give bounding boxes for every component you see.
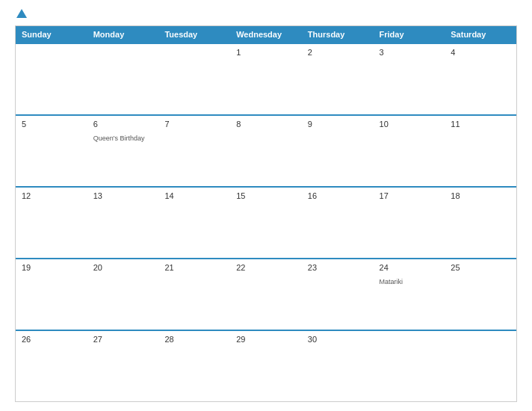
day-number: 10	[380, 120, 439, 129]
week-row-1: 1234	[16, 43, 516, 114]
day-number: 24	[380, 263, 439, 272]
day-number: 5	[22, 120, 81, 129]
day-cell: 12	[16, 188, 87, 258]
day-cell: 26	[16, 331, 87, 401]
day-cell: 28	[158, 331, 230, 401]
day-header-saturday: Saturday	[445, 26, 516, 43]
calendar-grid: SundayMondayTuesdayWednesdayThursdayFrid…	[15, 25, 517, 402]
logo-triangle-icon	[16, 9, 27, 18]
day-number: 9	[308, 120, 368, 129]
day-number: 16	[308, 191, 368, 200]
day-cell: 1	[230, 44, 302, 114]
day-number: 8	[236, 120, 296, 129]
day-cell	[374, 331, 445, 401]
week-row-3: 12131415161718	[16, 186, 516, 258]
day-cell	[158, 44, 230, 114]
day-cell	[445, 331, 516, 401]
day-cell: 5	[16, 116, 87, 186]
week-row-4: 192021222324Matariki25	[16, 258, 516, 330]
day-cell: 3	[374, 44, 445, 114]
day-cell: 16	[302, 188, 374, 258]
day-cell: 20	[87, 259, 159, 330]
day-cell: 23	[302, 259, 374, 330]
logo	[15, 12, 27, 18]
day-number: 29	[236, 335, 296, 344]
day-headers-row: SundayMondayTuesdayWednesdayThursdayFrid…	[16, 26, 516, 43]
day-cell: 6Queen's Birthday	[87, 116, 159, 186]
day-number: 23	[308, 263, 368, 272]
day-number: 4	[451, 48, 510, 57]
day-cell: 4	[445, 44, 516, 114]
day-number: 11	[451, 120, 510, 129]
day-number: 17	[380, 191, 439, 200]
day-cell: 27	[87, 331, 159, 401]
day-header-monday: Monday	[87, 26, 159, 43]
day-number: 14	[164, 191, 224, 200]
logo-top-row	[15, 12, 27, 18]
day-cell	[87, 44, 159, 114]
day-number: 12	[22, 191, 81, 200]
day-cell: 10	[374, 116, 445, 186]
day-cell: 21	[158, 259, 230, 330]
day-number: 2	[308, 48, 368, 57]
day-header-friday: Friday	[374, 26, 445, 43]
day-number: 13	[93, 191, 153, 200]
calendar-page: SundayMondayTuesdayWednesdayThursdayFrid…	[0, 0, 532, 411]
weeks-container: 123456Queen's Birthday789101112131415161…	[16, 43, 516, 401]
day-number: 22	[236, 263, 296, 272]
day-number: 7	[164, 120, 224, 129]
day-event: Queen's Birthday	[93, 135, 145, 142]
day-cell: 22	[230, 259, 302, 330]
day-header-wednesday: Wednesday	[230, 26, 302, 43]
day-cell: 29	[230, 331, 302, 401]
day-cell: 15	[230, 188, 302, 258]
day-number: 27	[93, 335, 153, 344]
day-cell: 24Matariki	[374, 259, 445, 330]
day-number: 30	[308, 335, 368, 344]
day-cell: 13	[87, 188, 159, 258]
week-row-5: 2627282930	[16, 330, 516, 401]
day-number: 3	[380, 48, 439, 57]
day-number: 28	[164, 335, 224, 344]
day-cell: 2	[302, 44, 374, 114]
day-number: 26	[22, 335, 81, 344]
day-cell: 8	[230, 116, 302, 186]
day-header-sunday: Sunday	[16, 26, 87, 43]
day-event: Matariki	[380, 278, 403, 285]
day-number: 1	[236, 48, 296, 57]
day-cell: 30	[302, 331, 374, 401]
header	[15, 12, 517, 18]
day-number: 25	[451, 263, 510, 272]
day-number: 19	[22, 263, 81, 272]
day-header-tuesday: Tuesday	[158, 26, 230, 43]
day-number: 18	[451, 191, 510, 200]
day-cell: 11	[445, 116, 516, 186]
day-cell: 19	[16, 259, 87, 330]
day-header-thursday: Thursday	[302, 26, 374, 43]
day-cell: 25	[445, 259, 516, 330]
week-row-2: 56Queen's Birthday7891011	[16, 114, 516, 186]
day-cell: 17	[374, 188, 445, 258]
day-cell: 9	[302, 116, 374, 186]
day-number: 20	[93, 263, 153, 272]
logo-wrapper	[15, 12, 27, 18]
day-number: 21	[164, 263, 224, 272]
day-number: 15	[236, 191, 296, 200]
day-number: 6	[93, 120, 153, 129]
day-cell: 18	[445, 188, 516, 258]
day-cell: 7	[158, 116, 230, 186]
day-cell: 14	[158, 188, 230, 258]
day-cell	[16, 44, 87, 114]
